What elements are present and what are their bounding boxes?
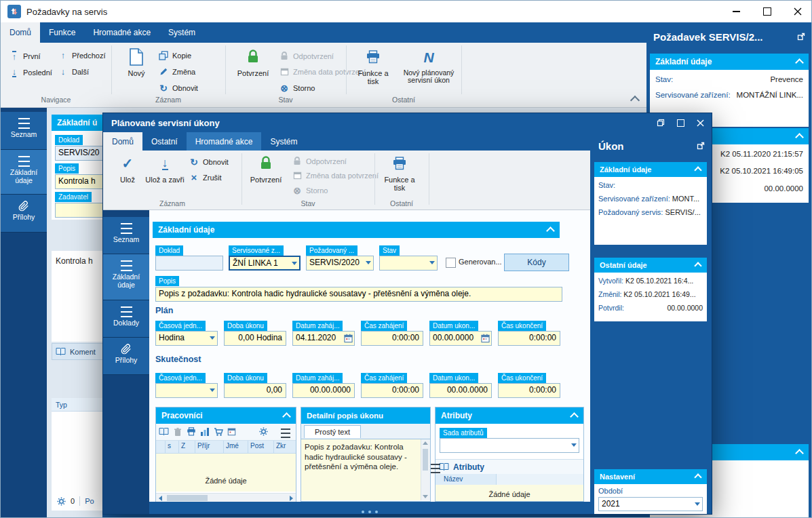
skutecnost-cas-ukonceni-field[interactable]: 0:00:00	[498, 383, 560, 398]
modal-tab-domu[interactable]: Domů	[103, 132, 142, 151]
modal-unconfirm-button[interactable]: Odpotvrzení	[292, 156, 347, 166]
sidebar-item-prilohy[interactable]: Přílohy	[1, 195, 47, 233]
scrollbar-thumb[interactable]	[167, 495, 208, 501]
ukon-zakladni-header[interactable]: Základní údaje	[594, 162, 707, 177]
skutecnost-cas-zahajeni-field[interactable]: 0:00:00	[361, 383, 423, 398]
plan-cas-zahajeni-field[interactable]: 0:00:00	[361, 331, 423, 346]
first-button[interactable]: ↑První	[9, 51, 41, 61]
cart-icon[interactable]	[214, 427, 223, 439]
functions-print-button[interactable]: Funkce a tisk	[353, 47, 393, 85]
modal-refresh-button[interactable]: ↻Obnovit	[189, 157, 229, 167]
atributy-header[interactable]: Atributy	[436, 407, 583, 424]
skutecnost-casova-field[interactable]	[155, 383, 218, 398]
calendar-icon[interactable]	[344, 334, 353, 343]
column-header[interactable]: Zkr	[274, 441, 294, 453]
column-header[interactable]: Příjr	[195, 441, 224, 453]
modal-functions-print-button[interactable]: Funkce a tisk	[380, 153, 419, 192]
sada-atributu-field[interactable]	[440, 438, 579, 453]
popis-field[interactable]: Popis z požadavku: Kontrola hadic hydrau…	[155, 287, 562, 302]
scrollbar-thumb[interactable]	[423, 449, 428, 471]
skutecnost-datum-ukonceni-field[interactable]: 00.00.0000	[429, 383, 492, 398]
save-button[interactable]: ✓Ulož	[113, 153, 142, 184]
tab-domu[interactable]: Domů	[1, 22, 40, 43]
change-button[interactable]: Změna	[158, 67, 195, 76]
refresh-button[interactable]: ↻Obnovit	[158, 83, 198, 93]
zarizeni-field[interactable]: ŽNÍ LINKA 1	[229, 256, 301, 271]
modal-maximize-button[interactable]	[672, 116, 689, 130]
request-zakladni-header[interactable]: Základní údaje	[650, 54, 809, 70]
modal-storno-button[interactable]: ⊗Storno	[292, 186, 328, 195]
ukon-ostatni-header[interactable]: Ostatní údaje	[594, 258, 707, 273]
browse-icon[interactable]	[439, 462, 449, 473]
skutecnost-datum-zahajeni-field[interactable]: 00.00.0000	[292, 383, 355, 398]
column-header-nazev[interactable]: Název	[436, 474, 497, 485]
minimize-button[interactable]	[721, 1, 752, 22]
doklad-field[interactable]	[155, 256, 223, 271]
modal-sidebar-item-seznam[interactable]: Seznam	[103, 217, 149, 254]
pozadovany-field[interactable]: SERVIS/2020	[306, 256, 374, 271]
new-planned-task-button[interactable]: NNový plánovaný servisní úkon	[400, 47, 458, 84]
modal-close-button[interactable]	[692, 116, 708, 130]
menu-icon[interactable]	[431, 464, 440, 473]
change-confirm-date-button[interactable]: Změna data potvrzení	[279, 67, 366, 76]
skutecnost-doba-field[interactable]: 0,00	[224, 383, 286, 398]
form-zakladni-header[interactable]: Základní údaje	[153, 222, 560, 238]
modal-tab-system[interactable]: Systém	[261, 132, 306, 151]
scroll-up-icon[interactable]	[423, 441, 428, 445]
new-button[interactable]: Nový	[120, 47, 153, 77]
modal-sidebar-item-zakladni-udaje[interactable]: Základní údaje	[103, 254, 149, 300]
save-close-button[interactable]: ↓Ulož a zavři	[145, 153, 185, 184]
column-header[interactable]: s	[166, 441, 179, 453]
modal-restore-button[interactable]	[653, 116, 669, 130]
trash-icon[interactable]	[173, 427, 182, 439]
sidebar-item-seznam[interactable]: Seznam	[1, 112, 47, 150]
tab-hromadne-akce[interactable]: Hromadné akce	[84, 22, 159, 43]
sidebar-item-zakladni-udaje[interactable]: Základní údaje	[1, 150, 47, 195]
printer-icon[interactable]	[187, 427, 196, 438]
modal-sidebar-item-prilohy[interactable]: Přílohy	[103, 338, 149, 375]
modal-tab-ostatni[interactable]: Ostatní	[142, 132, 187, 151]
modal-cancel-button[interactable]: ×Zrušit	[189, 172, 222, 182]
copy-button[interactable]: Kopie	[158, 51, 191, 60]
detail-text[interactable]: Popis z požadavku: Kontrola hadic hydrau…	[305, 442, 418, 472]
plan-datum-ukonceni-field[interactable]: 00.00.0000	[429, 331, 492, 346]
calendar-icon[interactable]	[227, 427, 236, 438]
plan-doba-field[interactable]: 0,00 Hodina	[224, 331, 286, 346]
modal-confirm-button[interactable]: Potvrzení	[247, 153, 285, 184]
undock-icon[interactable]	[697, 142, 705, 152]
unconfirm-button[interactable]: Odpotvrzení	[279, 51, 334, 61]
gear-icon[interactable]	[259, 427, 268, 438]
undock-icon[interactable]	[797, 33, 805, 43]
maximize-button[interactable]	[752, 1, 782, 22]
next-button[interactable]: ↓Další	[58, 67, 89, 76]
confirm-button[interactable]: Potvrzení	[234, 47, 272, 77]
obdobi-field[interactable]: 2021	[598, 497, 703, 511]
browse-icon[interactable]	[159, 427, 169, 438]
plan-datum-zahajeni-field[interactable]: 04.11.2020	[292, 331, 355, 346]
chart-icon[interactable]	[200, 427, 210, 439]
tab-prosty-text[interactable]: Prostý text	[304, 425, 361, 438]
vertical-scrollbar[interactable]	[421, 439, 430, 500]
scroll-down-icon[interactable]	[423, 495, 428, 498]
column-header[interactable]: Jmé	[224, 441, 248, 453]
column-header[interactable]	[156, 441, 166, 453]
ribbon-collapse-icon[interactable]	[630, 96, 640, 105]
tab-funkce[interactable]: Funkce	[40, 22, 84, 43]
last-button[interactable]: ↓Poslední	[9, 67, 52, 77]
pracovnici-header[interactable]: Pracovníci	[156, 407, 296, 424]
scroll-right-icon[interactable]	[290, 496, 293, 501]
plan-casova-field[interactable]: Hodina	[155, 331, 218, 346]
storno-button[interactable]: ⊗Storno	[279, 83, 315, 93]
kody-button[interactable]: Kódy	[504, 254, 569, 271]
column-header[interactable]: Post	[248, 441, 274, 453]
previous-button[interactable]: ↑Předchozí	[58, 51, 106, 60]
modal-bottom-strip[interactable]	[149, 502, 590, 514]
menu-icon[interactable]	[281, 429, 290, 438]
close-button[interactable]	[782, 1, 812, 22]
stav-field[interactable]	[379, 256, 438, 271]
calendar-icon[interactable]	[481, 334, 490, 343]
modal-tab-hromadne-akce[interactable]: Hromadné akce	[187, 132, 262, 151]
tab-system[interactable]: Systém	[159, 22, 204, 43]
generovano-checkbox[interactable]	[446, 258, 456, 268]
plan-cas-ukonceni-field[interactable]: 0:00:00	[498, 331, 560, 346]
